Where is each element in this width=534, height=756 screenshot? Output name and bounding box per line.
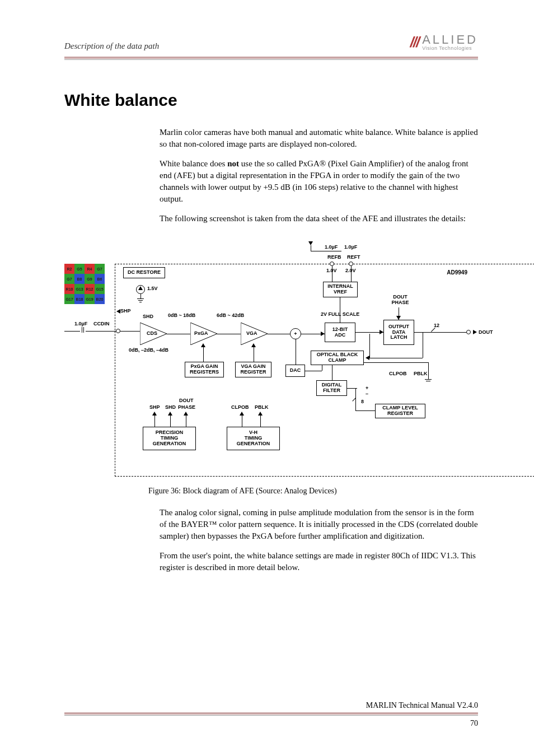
v15-label: 1.5V [147,286,158,292]
dout-label: DOUT [479,330,493,335]
company-logo: /// ALLIED Vision Technologies [410,34,479,51]
gain3-label: 0dB, –2dB, –4dB [129,348,168,353]
v20-label: 2.0V [345,268,356,274]
paragraph-4: The analog color signal, coming in pulse… [160,507,478,542]
section-heading: White balance [64,91,478,110]
page: Description of the data path /// ALLIED … [0,0,534,756]
precision-timing-block: PRECISIONTIMINGGENERATION [143,427,196,450]
figure-caption: Figure 36: Block diagram of AFE (Source:… [148,487,478,496]
shp2-label: SHP [149,405,160,410]
paragraph-3: The following screenshot is taken from t… [160,213,478,225]
v10-label: 1.0V [326,268,337,274]
bayer-pattern-icon: R2G5R4G7 G7B8G9B6 R10G13R12G15 G17B18G19… [64,264,105,304]
pxga-gain-registers-block: PxGA GAINREGISTERS [185,362,224,377]
dout-timing-label: DOUT [179,398,194,404]
adc-block: 12-BITADC [325,323,355,342]
page-header: Description of the data path /// ALLIED … [64,34,478,55]
refb-label: REFB [327,255,341,260]
figure-afe-block-diagram: R2G5R4G7 G7B8G9B6 R10G13R12G15 G17B18G19… [64,241,478,496]
page-number: 70 [64,719,478,728]
breadcrumb: Description of the data path [64,41,159,51]
gain1-label: 0dB ~ 18dB [168,313,195,319]
ccdin-label: CCDIN [93,321,110,327]
vh-timing-block: V-HTIMINGGENERATION [227,427,280,450]
dc-restore-block: DC RESTORE [123,267,165,278]
page-footer: MARLIN Technical Manual V2.4.0 70 [64,701,478,728]
pblk-label: PBLK [255,405,269,410]
body-content-continued: The analog color signal, coming in pulse… [160,507,478,573]
clamp-level-register-block: CLAMP LEVELREGISTER [375,404,425,418]
paragraph-5: From the user's point, the white balance… [160,550,478,573]
shp-label: SHP [120,309,131,314]
footer-manual-label: MARLIN Technical Manual V2.4.0 [64,701,478,710]
gain2-label: 6dB ~ 42dB [217,313,244,319]
cap1-label: 1.0µF [74,321,87,327]
pxga-label: PxGA [194,331,208,337]
body-content: Marlin color cameras have both manual an… [160,127,478,225]
clpob2-label: CLPOB [389,371,407,377]
optical-black-clamp-block: OPTICAL BLACKCLAMP [311,351,364,365]
dac-block: DAC [285,365,305,377]
shd2-label: SHD [165,405,176,410]
cap3-label: 1.0µF [344,245,357,250]
digital-filter-block: DIGITALFILTER [316,380,347,396]
output-latch-block: OUTPUTDATALATCH [383,320,414,345]
shd-label: SHD [143,314,153,320]
phase-timing-label: PHASE [178,405,195,410]
summing-junction-icon: + [290,328,301,339]
logo-main-text: ALLIED [422,34,478,46]
header-divider [64,57,478,60]
paragraph-2: White balance does not use the so called… [160,158,478,205]
logo-slashes-icon: /// [410,34,419,51]
vga-gain-register-block: VGA GAINREGISTER [235,362,271,377]
part-number-label: AD9949 [447,269,467,276]
vga-label: VGA [246,331,257,337]
vref-block: INTERNALVREF [323,282,358,297]
paragraph-1: Marlin color cameras have both manual an… [160,127,478,150]
cds-label: CDS [147,331,157,337]
dout-phase-label: DOUTPHASE [389,295,411,306]
cap2-label: 1.0µF [325,245,338,250]
footer-divider [64,712,478,715]
pblk2-label: PBLK [414,371,428,377]
clpob-label: CLPOB [231,405,249,410]
afe-diagram: R2G5R4G7 G7B8G9B6 R10G13R12G15 G17B18G19… [64,241,479,477]
logo-sub-text: Vision Technologies [422,46,478,51]
reft-label: REFT [347,255,360,260]
eight-label: 8 [361,399,364,405]
